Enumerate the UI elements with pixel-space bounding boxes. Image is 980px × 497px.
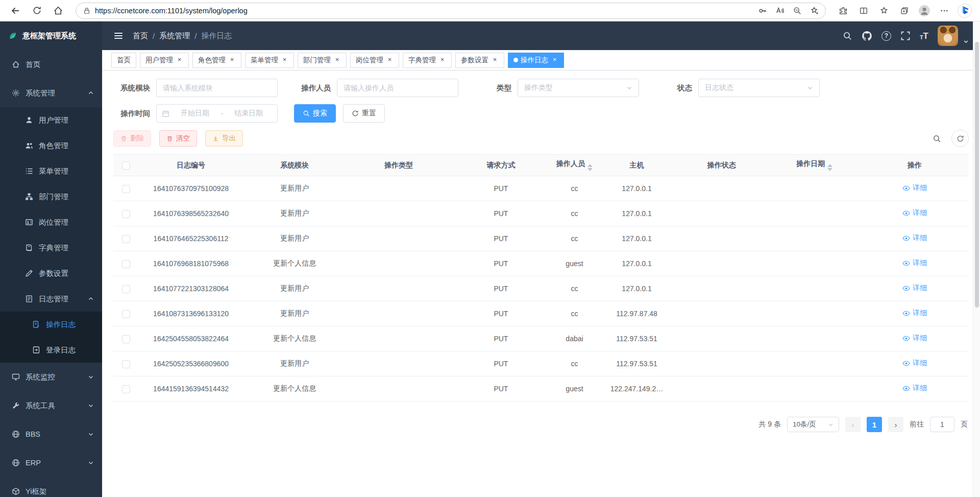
detail-link[interactable]: 详细	[902, 208, 927, 218]
module-input[interactable]	[156, 79, 278, 97]
select-all-checkbox[interactable]	[122, 161, 130, 170]
row-checkbox[interactable]	[122, 210, 130, 218]
row-checkbox[interactable]	[122, 260, 130, 268]
tab-dept-mgmt[interactable]: 部门管理×	[298, 53, 347, 68]
page-1-button[interactable]: 1	[867, 417, 882, 432]
tab-param-settings[interactable]: 参数设置×	[455, 53, 504, 68]
close-icon[interactable]: ×	[176, 56, 183, 64]
close-icon[interactable]: ×	[228, 56, 236, 64]
close-icon[interactable]: ×	[551, 56, 558, 64]
scrollbar-thumb[interactable]	[975, 42, 979, 307]
refresh-table-icon[interactable]	[951, 130, 969, 147]
sidebar-item-dept-mgmt[interactable]: 部门管理	[0, 184, 102, 209]
extensions-icon[interactable]	[834, 2, 852, 19]
row-checkbox[interactable]	[122, 310, 130, 318]
detail-link[interactable]: 详细	[902, 334, 927, 343]
hamburger-icon[interactable]	[113, 31, 124, 41]
detail-link[interactable]: 详细	[902, 359, 927, 368]
split-screen-icon[interactable]	[854, 2, 873, 19]
sidebar-item-bbs[interactable]: BBS	[0, 420, 102, 448]
breadcrumb-home[interactable]: 首页	[133, 31, 148, 41]
github-icon[interactable]	[862, 31, 872, 41]
row-checkbox[interactable]	[122, 360, 130, 368]
add-favorite-icon[interactable]	[807, 4, 822, 18]
tab-menu-mgmt[interactable]: 菜单管理×	[245, 53, 294, 68]
close-icon[interactable]: ×	[491, 56, 499, 64]
detail-link[interactable]: 详细	[902, 258, 927, 268]
header-operator-sortable[interactable]: 操作人员	[550, 155, 599, 176]
sidebar-item-dict-mgmt[interactable]: 字典管理	[0, 235, 102, 261]
row-checkbox[interactable]	[122, 385, 130, 393]
back-icon[interactable]	[6, 2, 24, 19]
sidebar-item-menu-mgmt[interactable]: 菜单管理	[0, 158, 102, 184]
row-checkbox[interactable]	[122, 335, 130, 343]
page-scrollbar[interactable]	[973, 21, 980, 497]
sidebar-item-home[interactable]: 首页	[0, 50, 102, 79]
app-logo[interactable]: 意框架管理系统	[0, 21, 102, 50]
operator-input[interactable]	[337, 79, 458, 97]
bing-copilot-icon[interactable]	[955, 2, 974, 19]
row-checkbox[interactable]	[122, 185, 130, 193]
sidebar-item-system-mgmt[interactable]: 系统管理	[0, 79, 102, 107]
browser-home-icon[interactable]	[49, 2, 67, 19]
collections-icon[interactable]	[895, 2, 914, 19]
tab-user-mgmt[interactable]: 用户管理×	[140, 53, 189, 68]
favorites-icon[interactable]	[875, 2, 893, 19]
tab-home[interactable]: 首页	[111, 53, 136, 68]
sidebar-item-login-log[interactable]: 登录日志	[0, 337, 102, 363]
zoom-out-icon[interactable]	[790, 4, 805, 18]
address-bar[interactable]: https://ccnetcore.com:1101/system/log/op…	[76, 3, 826, 19]
tab-dict-mgmt[interactable]: 字典管理×	[403, 53, 452, 68]
detail-link[interactable]: 详细	[902, 233, 927, 243]
profile-avatar[interactable]	[916, 2, 933, 19]
search-button[interactable]: 搜索	[294, 104, 336, 123]
row-checkbox[interactable]	[122, 235, 130, 243]
more-options-icon[interactable]	[935, 2, 953, 19]
help-icon[interactable]: ?	[881, 31, 891, 41]
sidebar-item-yi-framework[interactable]: Yi框架	[0, 477, 102, 497]
sidebar-item-log-mgmt[interactable]: 日志管理	[0, 286, 102, 312]
sidebar-item-oper-log[interactable]: 操作日志	[0, 312, 102, 337]
close-icon[interactable]: ×	[333, 56, 341, 64]
sidebar-item-role-mgmt[interactable]: 角色管理	[0, 133, 102, 158]
header-oper-date-sortable[interactable]: 操作日期	[769, 155, 861, 176]
breadcrumb-system-mgmt[interactable]: 系统管理	[159, 31, 190, 41]
read-aloud-icon[interactable]	[772, 4, 788, 18]
sidebar-item-post-mgmt[interactable]: 岗位管理	[0, 209, 102, 235]
tab-oper-log[interactable]: 操作日志×	[508, 53, 564, 68]
prev-page-button[interactable]: ‹	[845, 417, 861, 432]
sidebar-item-erp[interactable]: ERP	[0, 448, 102, 477]
date-range-picker[interactable]: 开始日期 - 结束日期	[156, 104, 278, 123]
goto-page-input[interactable]	[930, 417, 954, 432]
tab-post-mgmt[interactable]: 岗位管理×	[350, 53, 399, 68]
reset-button[interactable]: 重置	[343, 104, 385, 123]
det​ail-link[interactable]: 详细	[902, 283, 927, 293]
user-avatar[interactable]	[938, 26, 958, 46]
delete-button[interactable]: 删除	[113, 130, 151, 147]
export-button[interactable]: 导出	[205, 130, 243, 147]
search-icon[interactable]	[842, 31, 852, 41]
page-size-select[interactable]: 10条/页	[787, 417, 839, 432]
status-select[interactable]: 日志状态	[698, 79, 820, 97]
detail-link[interactable]: 详细	[902, 309, 927, 318]
close-icon[interactable]: ×	[386, 56, 394, 64]
fullscreen-icon[interactable]	[900, 31, 911, 41]
close-icon[interactable]: ×	[438, 56, 446, 64]
cell-date	[769, 376, 861, 401]
sidebar-item-param-settings[interactable]: 参数设置	[0, 261, 102, 286]
passwords-key-icon[interactable]	[755, 4, 770, 18]
sidebar-item-system-monitor[interactable]: 系统监控	[0, 363, 102, 391]
clear-button[interactable]: 清空	[159, 130, 197, 147]
font-size-icon[interactable]: TT	[920, 32, 928, 40]
row-checkbox[interactable]	[122, 285, 130, 293]
type-select[interactable]: 操作类型	[518, 79, 639, 97]
refresh-icon[interactable]	[28, 2, 46, 19]
close-icon[interactable]: ×	[281, 56, 288, 64]
detail-link[interactable]: 详细	[902, 384, 927, 393]
sidebar-item-user-mgmt[interactable]: 用户管理	[0, 107, 102, 133]
show-search-toggle-icon[interactable]	[928, 130, 945, 147]
sidebar-item-system-tools[interactable]: 系统工具	[0, 391, 102, 420]
next-page-button[interactable]: ›	[888, 417, 903, 432]
tab-role-mgmt[interactable]: 角色管理×	[192, 53, 241, 68]
detail-link[interactable]: 详细	[902, 183, 927, 193]
